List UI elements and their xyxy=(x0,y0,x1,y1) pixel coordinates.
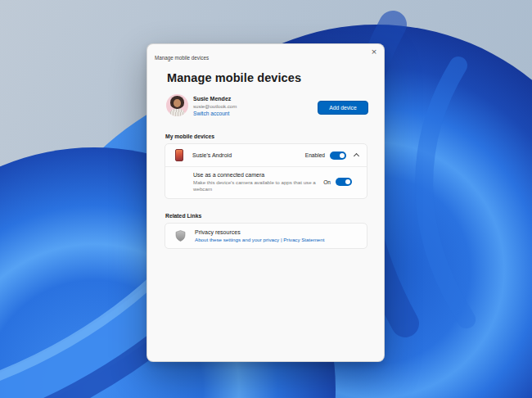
device-enabled-toggle[interactable] xyxy=(330,152,346,160)
connected-camera-row: Use as a connected camera Make this devi… xyxy=(165,167,367,198)
manage-mobile-devices-dialog: Manage mobile devices × Manage mobile de… xyxy=(147,43,385,362)
chevron-up-icon[interactable] xyxy=(354,153,359,159)
page-title: Manage mobile devices xyxy=(167,71,384,84)
close-button[interactable]: × xyxy=(368,47,380,57)
privacy-resources-title: Privacy resources xyxy=(195,229,324,235)
my-mobile-devices-label: My mobile devices xyxy=(165,133,384,139)
avatar-face xyxy=(174,99,181,107)
switch-account-link[interactable]: Switch account xyxy=(193,111,229,116)
about-settings-privacy-link[interactable]: About these settings and your privacy xyxy=(195,237,279,242)
device-status-label: Enabled xyxy=(305,152,325,158)
privacy-statement-link[interactable]: Privacy Statement xyxy=(283,237,324,242)
close-icon: × xyxy=(371,48,377,56)
camera-toggle[interactable] xyxy=(336,178,352,186)
privacy-shield-icon xyxy=(175,230,186,242)
related-links-label: Related Links xyxy=(165,213,384,219)
android-phone-icon xyxy=(175,149,183,161)
window-title: Manage mobile devices xyxy=(155,55,209,61)
device-name: Susie's Android xyxy=(192,152,232,158)
avatar-shirt xyxy=(169,109,185,116)
toggle-knob xyxy=(345,179,350,184)
add-device-button[interactable]: Add device xyxy=(318,101,368,115)
toggle-knob xyxy=(340,153,345,158)
device-row[interactable]: Susie's Android Enabled xyxy=(165,144,367,166)
camera-setting-description: Make this device's camera available to a… xyxy=(193,179,323,192)
privacy-links-line: About these settings and your privacy | … xyxy=(195,237,324,242)
privacy-card: Privacy resources About these settings a… xyxy=(165,223,367,249)
avatar xyxy=(166,94,188,116)
dialog-titlebar[interactable]: Manage mobile devices × xyxy=(147,44,384,59)
devices-card: Susie's Android Enabled Use as a connect… xyxy=(165,143,367,199)
camera-setting-title: Use as a connected camera xyxy=(193,172,323,178)
account-section: Susie Mendez susie@outlook.com Switch ac… xyxy=(166,94,368,120)
camera-status-label: On xyxy=(323,179,331,185)
